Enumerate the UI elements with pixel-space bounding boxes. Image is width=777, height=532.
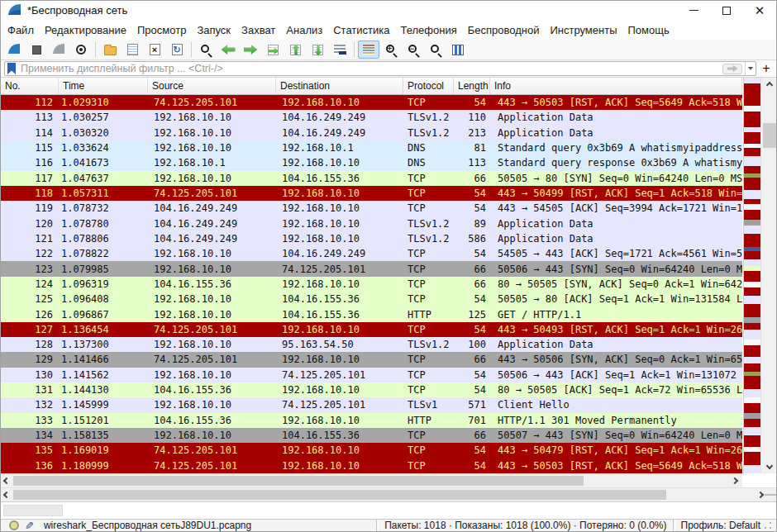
resize-grip[interactable] <box>764 521 772 530</box>
colorize-packets-button[interactable] <box>358 40 379 59</box>
cell-protocol: HTTP <box>403 415 454 426</box>
menu-item[interactable]: Анализ <box>286 24 322 36</box>
packet-row[interactable]: 1181.05731174.125.205.101192.168.10.10TC… <box>1 186 742 201</box>
packet-row[interactable]: 1351.16901974.125.205.101192.168.10.10TC… <box>1 443 742 458</box>
packet-row[interactable]: 1301.141562192.168.10.1074.125.205.101TC… <box>1 368 742 382</box>
window-hscrollbar[interactable] <box>1 487 777 501</box>
profile-label[interactable]: Профиль: Default <box>681 520 761 531</box>
packet-row[interactable]: 1121.02931074.125.205.101192.168.10.10TC… <box>1 95 742 110</box>
go-forward-button[interactable] <box>240 40 261 59</box>
packet-row[interactable]: 1361.18099974.125.205.101192.168.10.10TC… <box>1 458 742 473</box>
go-first-packet-button[interactable] <box>284 40 306 59</box>
column-header-destination[interactable]: Destination <box>276 78 403 94</box>
status-bar: ✎ wireshark_Беспроводная сетьJ89DU1.pcap… <box>1 519 776 531</box>
column-header-source[interactable]: Source <box>148 78 276 94</box>
packet-row[interactable]: 1251.096408192.168.10.10104.16.155.36TCP… <box>1 292 742 306</box>
packet-row[interactable]: 1241.096319104.16.155.36192.168.10.10TCP… <box>1 277 742 292</box>
filter-dropdown-button[interactable] <box>745 62 756 75</box>
scroll-left-icon[interactable] <box>3 477 10 484</box>
cell-source: 192.168.10.10 <box>148 339 276 350</box>
scroll-right-icon[interactable] <box>757 492 764 498</box>
scroll-left-icon[interactable] <box>3 492 10 498</box>
display-filter-input[interactable]: Применить дисплейный фильтр ... <Ctrl-/> <box>4 61 756 76</box>
zoom-out-button[interactable]: − <box>403 40 424 59</box>
go-to-packet-button[interactable] <box>262 40 284 59</box>
packet-row[interactable]: 1291.14146674.125.205.101192.168.10.10TC… <box>1 352 742 367</box>
expert-info-icon[interactable] <box>9 520 19 530</box>
menu-item[interactable]: Беспроводной <box>468 24 540 36</box>
restart-capture-button[interactable] <box>48 40 69 59</box>
minimize-button[interactable] <box>677 1 710 20</box>
menu-item[interactable]: Телефония <box>400 24 456 36</box>
column-header-info[interactable]: Info <box>490 78 742 94</box>
menu-item[interactable]: Запуск <box>197 24 231 36</box>
auto-scroll-button[interactable] <box>329 40 350 59</box>
capture-comment-icon[interactable]: ✎ <box>25 520 34 532</box>
cell-length: 54 <box>454 97 490 108</box>
add-filter-button[interactable]: + <box>760 61 773 76</box>
packet-row[interactable]: 1341.158135192.168.10.10104.16.155.36TCP… <box>1 428 742 443</box>
apply-filter-button[interactable] <box>722 64 742 74</box>
packet-minimap[interactable] <box>743 78 760 473</box>
resize-columns-button[interactable] <box>447 40 469 59</box>
cell-no: 120 <box>1 218 59 230</box>
capture-options-button[interactable] <box>70 40 92 59</box>
packet-row[interactable]: 1231.079985192.168.10.1074.125.205.101TC… <box>1 261 742 276</box>
menu-item[interactable]: Захват <box>241 24 275 36</box>
find-packet-button[interactable] <box>195 40 217 59</box>
minimap-stripe <box>744 340 760 345</box>
bookmark-icon[interactable] <box>7 63 16 74</box>
start-capture-button[interactable] <box>3 40 25 59</box>
stop-capture-button[interactable] <box>26 40 47 59</box>
packet-row[interactable]: 1141.030320192.168.10.10104.16.249.249TL… <box>1 126 742 140</box>
packet-row[interactable]: 1191.078732104.16.249.249192.168.10.10TC… <box>1 201 742 216</box>
zoom-reset-button[interactable] <box>425 40 446 59</box>
packet-row[interactable]: 1211.078806104.16.249.249192.168.10.10TL… <box>1 231 742 246</box>
packet-row[interactable]: 1201.078780104.16.249.249192.168.10.10TL… <box>1 216 742 231</box>
vertical-scrollbar-thumb[interactable] <box>763 123 776 148</box>
packet-row[interactable]: 1271.13645474.125.205.101192.168.10.10TC… <box>1 322 742 337</box>
scroll-up-icon[interactable] <box>766 82 773 88</box>
packet-row[interactable]: 1281.137300192.168.10.1095.163.54.50TLSv… <box>1 337 742 352</box>
menu-item[interactable]: Файл <box>7 24 34 36</box>
pane-splitter-handle[interactable] <box>765 494 776 496</box>
scroll-right-icon[interactable] <box>732 477 738 484</box>
packet-list-hscrollbar[interactable] <box>1 473 742 487</box>
cell-protocol: TLSv1.2 <box>403 218 454 230</box>
close-button[interactable]: ✕ <box>743 1 776 20</box>
column-header-length[interactable]: Length <box>454 78 490 94</box>
save-file-button[interactable] <box>122 40 143 59</box>
column-header-no[interactable]: No. <box>1 78 59 94</box>
cell-time: 1.151201 <box>59 415 148 426</box>
zoom-in-button[interactable]: + <box>380 40 402 59</box>
column-header-time[interactable]: Time <box>59 78 148 94</box>
packet-row[interactable]: 1171.047637192.168.10.10104.16.155.36TCP… <box>1 171 742 186</box>
packet-row[interactable]: 1131.030257192.168.10.10104.16.249.249TL… <box>1 110 742 125</box>
scroll-down-icon[interactable] <box>766 463 773 469</box>
menu-item[interactable]: Просмотр <box>137 24 186 36</box>
packet-row[interactable]: 1331.151201104.16.155.36192.168.10.10HTT… <box>1 413 742 428</box>
hscrollbar-thumb[interactable] <box>13 476 584 486</box>
open-file-button[interactable] <box>99 40 121 59</box>
packet-row[interactable]: 1151.033624192.168.10.10192.168.10.1DNS8… <box>1 140 742 155</box>
packet-row[interactable]: 1161.041673192.168.10.1192.168.10.10DNS1… <box>1 155 742 170</box>
hscrollbar-thumb[interactable] <box>13 490 666 500</box>
cell-no: 130 <box>1 369 59 381</box>
packet-row[interactable]: 1321.145999192.168.10.1074.125.205.101TL… <box>1 397 742 412</box>
go-last-packet-button[interactable] <box>307 40 328 59</box>
vertical-scrollbar[interactable] <box>760 78 777 473</box>
maximize-button[interactable] <box>710 1 743 20</box>
go-back-button[interactable] <box>217 40 239 59</box>
column-header-protocol[interactable]: Protocol <box>403 78 454 94</box>
menu-item[interactable]: Статистика <box>333 24 389 36</box>
cell-destination: 104.16.155.36 <box>276 309 403 321</box>
packet-row[interactable]: 1261.096867192.168.10.10104.16.155.36HTT… <box>1 306 742 321</box>
close-file-button[interactable]: × <box>144 40 165 59</box>
menu-item[interactable]: Редактирование <box>45 24 126 36</box>
cell-info: 443 → 54505 [ACK] Seq=3994 Ack=1721 Win=… <box>490 202 742 214</box>
packet-row[interactable]: 1221.078822192.168.10.10104.16.249.249TC… <box>1 246 742 261</box>
packet-row[interactable]: 1311.144130104.16.155.36192.168.10.10TCP… <box>1 382 742 397</box>
reload-file-button[interactable]: ↻ <box>166 40 188 59</box>
menu-item[interactable]: Помощь <box>628 24 670 36</box>
menu-item[interactable]: Инструменты <box>550 24 617 36</box>
